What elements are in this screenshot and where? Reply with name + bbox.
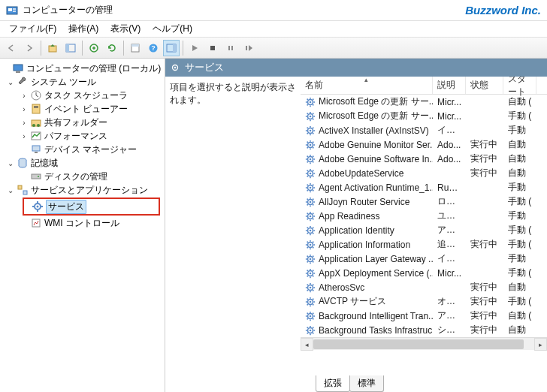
service-row[interactable]: Application Layer Gateway ...インタ...手動 [301, 252, 547, 266]
tree-wmi-control[interactable]: WMI コントロール [0, 216, 165, 230]
cell-desc: オーデ... [433, 295, 466, 308]
svg-line-170 [307, 270, 308, 270]
show-hide-tree-button[interactable] [62, 40, 79, 56]
description-pane: 項目を選択すると説明が表示されます。 [165, 77, 301, 375]
svg-line-102 [307, 176, 308, 176]
cell-startup: 手動 ( [503, 238, 536, 251]
horizontal-scrollbar[interactable]: ◂ ▸ [301, 337, 547, 350]
service-row[interactable]: App Readinessユーザ...手動 [301, 209, 547, 223]
svg-rect-23 [34, 107, 38, 108]
forward-button[interactable] [21, 40, 38, 56]
col-startup[interactable]: スタート [503, 77, 536, 94]
tree-event-viewer[interactable]: › イベント ビューアー [0, 102, 165, 116]
tree-device-manager[interactable]: デバイス マネージャー [0, 143, 165, 156]
menu-file[interactable]: ファイル(F) [3, 21, 62, 37]
svg-line-101 [313, 176, 313, 176]
device-icon [30, 143, 42, 155]
chevron-down-icon[interactable]: ⌄ [6, 186, 15, 194]
service-row[interactable]: Adobe Genuine Monitor Ser...Ado...実行中自動 [301, 137, 547, 152]
wmi-icon [30, 217, 42, 229]
cell-startup: 手動 ( [503, 110, 536, 122]
service-row[interactable]: AllJoyn Router Serviceローカ...手動 ( [301, 194, 547, 209]
tree-performance[interactable]: › パフォーマンス [0, 129, 165, 143]
col-status[interactable]: 状態 [466, 77, 503, 94]
refresh-button[interactable] [104, 40, 120, 56]
svg-line-80 [307, 141, 308, 142]
footer-tabs: 拡張 標準 [165, 375, 547, 392]
menu-action[interactable]: 操作(A) [62, 21, 104, 37]
cell-status: 実行中 [466, 238, 503, 251]
menu-bar: ファイル(F) 操作(A) 表示(V) ヘルプ(H) [0, 21, 547, 38]
service-row[interactable]: AppX Deployment Service (...Micr...手動 ( [301, 266, 547, 280]
svg-line-123 [313, 198, 313, 199]
properties-button[interactable] [127, 40, 144, 56]
svg-line-163 [313, 255, 313, 256]
svg-line-192 [307, 304, 308, 305]
chevron-right-icon[interactable]: › [20, 92, 29, 100]
service-row[interactable]: Background Intelligent Tran...アイド...実行中自… [301, 309, 547, 323]
tree-label: ディスクの管理 [44, 170, 107, 183]
service-row[interactable]: Application Information追加...実行中手動 ( [301, 237, 547, 252]
scroll-left-arrow[interactable]: ◂ [301, 338, 313, 351]
back-button[interactable] [3, 40, 20, 56]
service-row[interactable]: AtherosSvc実行中自動 [301, 280, 547, 294]
tree-services[interactable]: サービス [24, 200, 159, 213]
col-name[interactable]: ▴ 名前 [301, 77, 433, 94]
tab-standard[interactable]: 標準 [349, 375, 384, 392]
chevron-right-icon[interactable]: › [20, 105, 29, 113]
cell-name: AllJoyn Router Service [301, 197, 433, 207]
restart-button[interactable] [240, 40, 257, 56]
gear-icon [32, 201, 44, 213]
tree-storage[interactable]: ⌄ 記憶域 [0, 156, 165, 170]
cell-name: App Readiness [301, 211, 433, 222]
pause-button[interactable] [222, 40, 239, 56]
toolbar: ? [0, 38, 547, 59]
services-list[interactable]: ▴ 名前 説明 状態 スタート Microsoft Edge の更新 サー...… [301, 77, 547, 375]
service-row[interactable]: Background Tasks Infrastruc...システ...実行中自… [301, 323, 547, 337]
menu-view[interactable]: 表示(V) [104, 21, 147, 37]
nav-tree[interactable]: コンピューターの管理 (ローカル) ⌄ システム ツール › タスク スケジュー… [0, 59, 165, 392]
help-button[interactable]: ? [145, 40, 162, 56]
service-row[interactable]: Microsoft Edge の更新 サー...Micr...手動 ( [301, 109, 547, 123]
up-button[interactable] [44, 40, 61, 56]
chevron-down-icon[interactable]: ⌄ [6, 159, 15, 167]
scroll-thumb[interactable] [313, 339, 524, 349]
service-row[interactable]: AVCTP サービスオーデ...実行中手動 ( [301, 294, 547, 309]
chevron-right-icon[interactable]: › [20, 119, 29, 127]
cell-startup: 自動 [503, 281, 536, 294]
tree-label: イベント ビューアー [44, 103, 128, 116]
svg-point-75 [310, 143, 312, 146]
service-row[interactable]: AdobeUpdateService実行中自動 [301, 166, 547, 180]
action-pane-button[interactable] [163, 40, 180, 56]
chevron-down-icon[interactable]: ⌄ [6, 78, 15, 86]
cell-name: Application Identity [301, 225, 433, 236]
tree-task-scheduler[interactable]: › タスク スケジューラ [0, 89, 165, 102]
svg-rect-3 [13, 11, 16, 12]
chevron-right-icon[interactable]: › [20, 132, 29, 140]
tab-extended[interactable]: 拡張 [316, 375, 350, 392]
svg-rect-9 [131, 44, 139, 47]
tree-disk-mgmt[interactable]: ディスクの管理 [0, 170, 165, 183]
stop-button[interactable] [204, 40, 221, 56]
service-row[interactable]: Adobe Genuine Software In...Ado...実行中自動 [301, 152, 547, 166]
service-row[interactable]: ActiveX Installer (AxInstSV)インタ...手動 [301, 123, 547, 137]
svg-line-210 [307, 327, 308, 327]
export-button[interactable] [86, 40, 102, 56]
cell-name: ActiveX Installer (AxInstSV) [301, 125, 433, 136]
cell-name: Background Intelligent Tran... [301, 311, 433, 321]
menu-help[interactable]: ヘルプ(H) [147, 21, 198, 37]
svg-line-52 [307, 104, 308, 105]
service-row[interactable]: Application Identityアプリ...手動 ( [301, 223, 547, 237]
col-description[interactable]: 説明 [433, 77, 466, 94]
tree-root[interactable]: コンピューターの管理 (ローカル) [0, 62, 165, 75]
tree-services-apps[interactable]: ⌄ サービスとアプリケーション [0, 183, 165, 197]
tree-system-tools[interactable]: ⌄ システム ツール [0, 75, 165, 89]
tree-shared-folders[interactable]: › 共有フォルダー [0, 116, 165, 129]
service-row[interactable]: Agent Activation Runtime_1...Runti...手動 [301, 180, 547, 194]
scroll-right-arrow[interactable]: ▸ [534, 338, 547, 351]
play-button[interactable] [186, 40, 203, 56]
svg-rect-34 [23, 191, 27, 194]
svg-line-151 [313, 247, 313, 248]
svg-point-25 [32, 124, 35, 127]
column-header-row: ▴ 名前 説明 状態 スタート [301, 77, 547, 95]
